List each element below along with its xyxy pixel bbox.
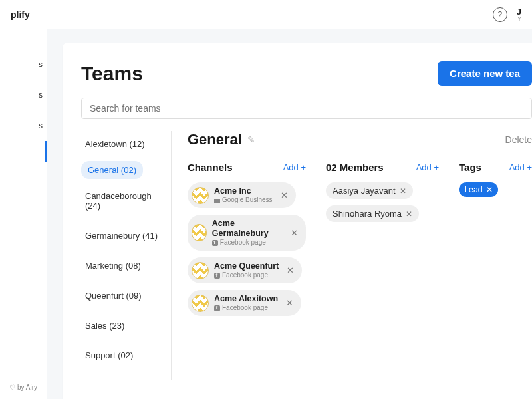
footer-credit: ♡ by Airy <box>0 384 47 391</box>
heart-icon: ♡ <box>9 384 15 391</box>
topbar: plify ? J Y <box>0 0 532 29</box>
channel-avatar-icon <box>192 224 207 241</box>
detail-title: General <box>188 131 242 148</box>
channel-avatar-icon <box>192 295 209 312</box>
add-channel-link[interactable]: Add + <box>283 162 306 172</box>
members-column: 02 Members Add + Aasiya Jayavant ✕ <box>326 162 439 323</box>
add-tag-link[interactable]: Add + <box>509 162 532 172</box>
tags-column: Tags Add + Lead ✕ <box>459 162 532 323</box>
team-item-sales[interactable]: Sales (23) <box>81 313 166 338</box>
main: Teams Create new tea Alexietown (12) Gen… <box>47 29 532 399</box>
help-icon[interactable]: ? <box>493 7 507 22</box>
create-team-button[interactable]: Create new tea <box>438 61 532 86</box>
channel-name: Acme Inc <box>214 186 273 196</box>
team-item-germainebury[interactable]: Germainebury (41) <box>81 223 166 249</box>
tag-name: Lead <box>464 185 483 194</box>
add-member-link[interactable]: Add + <box>416 162 439 172</box>
remove-channel-icon[interactable]: ✕ <box>278 190 291 200</box>
channel-name: Acme Alexitown <box>214 294 278 304</box>
left-nav: s s s ♡ by Airy <box>0 29 47 399</box>
channel-chip: Acme Germainebury Facebook page ✕ <box>188 215 306 251</box>
team-item-general[interactable]: General (02) <box>81 161 143 179</box>
channel-chip: Acme Inc Google Business ✕ <box>188 182 296 208</box>
nav-item-1[interactable]: s <box>0 80 47 110</box>
channel-avatar-icon <box>192 187 209 204</box>
team-detail: General ✎ Delete Channels Add + <box>172 131 532 380</box>
topbar-right: ? J Y <box>493 7 521 22</box>
page-title: Teams <box>81 63 143 85</box>
tag-pill: Lead ✕ <box>459 182 498 197</box>
remove-member-icon[interactable]: ✕ <box>406 209 412 219</box>
team-item-candaceborough[interactable]: Candaceborough (24) <box>81 183 166 219</box>
content: Alexietown (12) General (02) Candaceboro… <box>81 131 532 380</box>
member-pill: Aasiya Jayavant ✕ <box>326 182 413 199</box>
channel-name: Acme Queenfurt <box>214 261 279 271</box>
layout: s s s ♡ by Airy Teams Create new tea Ale… <box>0 29 532 399</box>
facebook-icon <box>212 240 218 246</box>
brand: plify <box>11 9 30 20</box>
search-input[interactable] <box>81 98 532 119</box>
remove-channel-icon[interactable]: ✕ <box>283 298 296 308</box>
channels-header: Channels Add + <box>188 162 306 173</box>
user-menu[interactable]: J Y <box>517 7 521 22</box>
delete-team-link[interactable]: Delete <box>505 134 532 145</box>
team-item-alexietown[interactable]: Alexietown (12) <box>81 131 166 157</box>
edit-icon[interactable]: ✎ <box>247 134 255 145</box>
panel-header: Teams Create new tea <box>81 61 532 86</box>
team-item-marketing[interactable]: Marketing (08) <box>81 253 166 279</box>
members-title: 02 Members <box>326 162 384 173</box>
channels-column: Channels Add + Acme Inc Google Business <box>188 162 306 323</box>
google-business-icon <box>214 198 220 203</box>
nav-item-3[interactable] <box>0 141 47 162</box>
remove-member-icon[interactable]: ✕ <box>400 186 406 196</box>
remove-channel-icon[interactable]: ✕ <box>284 265 297 275</box>
channel-avatar-icon <box>192 262 209 279</box>
remove-tag-icon[interactable]: ✕ <box>486 185 493 194</box>
facebook-icon <box>214 305 220 311</box>
channel-name: Acme Germainebury <box>212 219 283 239</box>
columns: Channels Add + Acme Inc Google Business <box>188 162 532 323</box>
channel-chip: Acme Alexitown Facebook page ✕ <box>188 290 301 316</box>
team-item-queenfurt[interactable]: Queenfurt (09) <box>81 283 166 309</box>
member-name: Aasiya Jayavant <box>332 186 396 196</box>
team-list: Alexietown (12) General (02) Candaceboro… <box>81 131 172 380</box>
detail-header: General ✎ Delete <box>188 131 532 148</box>
members-header: 02 Members Add + <box>326 162 439 173</box>
tags-header: Tags Add + <box>459 162 532 173</box>
detail-title-wrap: General ✎ <box>188 131 255 148</box>
remove-channel-icon[interactable]: ✕ <box>288 228 301 238</box>
panel: Teams Create new tea Alexietown (12) Gen… <box>63 43 532 399</box>
member-pill: Shinohara Ryoma ✕ <box>326 205 419 222</box>
nav-item-0[interactable]: s <box>0 49 47 80</box>
facebook-icon <box>214 273 220 279</box>
team-item-support[interactable]: Support (02) <box>81 342 166 368</box>
nav-item-2[interactable]: s <box>0 110 47 141</box>
channels-title: Channels <box>188 162 233 173</box>
channel-chip: Acme Queenfurt Facebook page ✕ <box>188 257 302 283</box>
member-name: Shinohara Ryoma <box>332 209 402 219</box>
tags-title: Tags <box>459 162 481 173</box>
